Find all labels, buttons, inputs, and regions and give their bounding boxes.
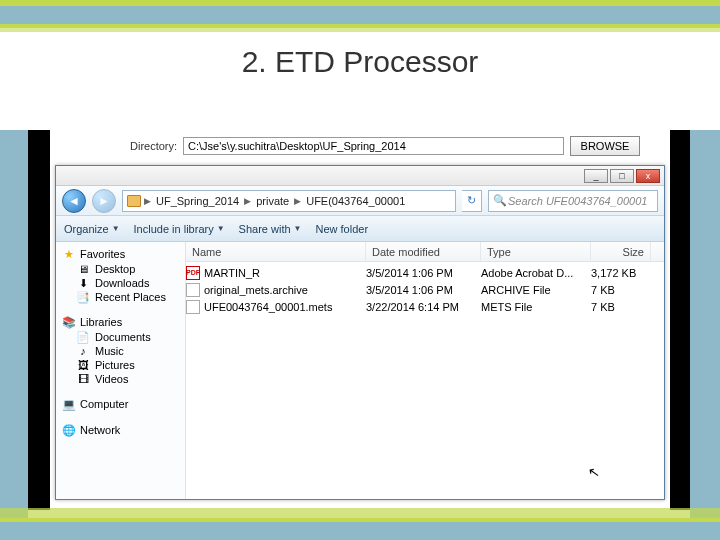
file-size: 7 KB	[591, 284, 651, 296]
share-with-menu[interactable]: Share with▼	[239, 223, 302, 235]
explorer-toolbar: Organize▼ Include in library▼ Share with…	[56, 216, 664, 242]
sidebar-favorites-header[interactable]: ★Favorites	[56, 246, 185, 262]
file-row[interactable]: PDFMARTIN_R3/5/2014 1:06 PMAdobe Acrobat…	[186, 264, 664, 281]
file-icon	[186, 300, 200, 314]
slide-black	[28, 130, 50, 510]
recent-icon: 📑	[76, 291, 90, 303]
slide-stripe	[0, 522, 720, 540]
sidebar-item-pictures[interactable]: 🖼Pictures	[56, 358, 185, 372]
file-date: 3/22/2014 6:14 PM	[366, 301, 481, 313]
slide-stripe	[0, 130, 28, 540]
column-type[interactable]: Type	[481, 242, 591, 261]
window-titlebar: _ □ x	[56, 166, 664, 186]
column-size[interactable]: Size	[591, 242, 651, 261]
back-button[interactable]: ◄	[62, 189, 86, 213]
chevron-right-icon: ▶	[294, 196, 301, 206]
search-icon: 🔍	[493, 194, 505, 207]
sidebar-item-desktop[interactable]: 🖥Desktop	[56, 262, 185, 276]
star-icon: ★	[62, 248, 76, 260]
chevron-down-icon: ▼	[112, 224, 120, 233]
include-in-library-menu[interactable]: Include in library▼	[134, 223, 225, 235]
search-placeholder: Search UFE0043764_00001	[508, 195, 647, 207]
sidebar-item-music[interactable]: ♪Music	[56, 344, 185, 358]
sidebar-item-videos[interactable]: 🎞Videos	[56, 372, 185, 386]
file-type: ARCHIVE File	[481, 284, 591, 296]
folder-icon	[127, 195, 141, 207]
column-date[interactable]: Date modified	[366, 242, 481, 261]
minimize-button[interactable]: _	[584, 169, 608, 183]
videos-icon: 🎞	[76, 373, 90, 385]
chevron-right-icon: ▶	[244, 196, 251, 206]
organize-menu[interactable]: Organize▼	[64, 223, 120, 235]
file-rows: PDFMARTIN_R3/5/2014 1:06 PMAdobe Acrobat…	[186, 262, 664, 499]
slide-stripe	[0, 508, 720, 518]
close-button[interactable]: x	[636, 169, 660, 183]
file-date: 3/5/2014 1:06 PM	[366, 284, 481, 296]
breadcrumb-item[interactable]: UFE(043764_00001	[304, 195, 407, 207]
sidebar-item-downloads[interactable]: ⬇Downloads	[56, 276, 185, 290]
slide-stripe	[0, 28, 720, 32]
chevron-right-icon: ▶	[144, 196, 151, 206]
refresh-button[interactable]: ↻	[462, 190, 482, 212]
directory-label: Directory:	[130, 140, 177, 152]
explorer-body: ★Favorites 🖥Desktop ⬇Downloads 📑Recent P…	[56, 242, 664, 499]
directory-bar: Directory: BROWSE	[130, 135, 640, 157]
column-name[interactable]: Name	[186, 242, 366, 261]
file-list-area: Name Date modified Type Size PDFMARTIN_R…	[186, 242, 664, 499]
search-input[interactable]: 🔍 Search UFE0043764_00001	[488, 190, 658, 212]
sidebar-network[interactable]: 🌐Network	[56, 422, 185, 438]
slide-title: 2. ETD Processor	[0, 45, 720, 79]
chevron-down-icon: ▼	[294, 224, 302, 233]
documents-icon: 📄	[76, 331, 90, 343]
forward-button[interactable]: ►	[92, 189, 116, 213]
nav-row: ◄ ► ▶ UF_Spring_2014 ▶ private ▶ UFE(043…	[56, 186, 664, 216]
file-name: original_mets.archive	[204, 284, 308, 296]
file-date: 3/5/2014 1:06 PM	[366, 267, 481, 279]
column-headers: Name Date modified Type Size	[186, 242, 664, 262]
file-name: UFE0043764_00001.mets	[204, 301, 332, 313]
sidebar-libraries-header[interactable]: 📚Libraries	[56, 314, 185, 330]
pictures-icon: 🖼	[76, 359, 90, 371]
file-size: 3,172 KB	[591, 267, 651, 279]
explorer-window: _ □ x ◄ ► ▶ UF_Spring_2014 ▶ private ▶ U…	[55, 165, 665, 500]
new-folder-button[interactable]: New folder	[315, 223, 368, 235]
file-type: METS File	[481, 301, 591, 313]
sidebar-computer[interactable]: 💻Computer	[56, 396, 185, 412]
breadcrumb-item[interactable]: UF_Spring_2014	[154, 195, 241, 207]
chevron-down-icon: ▼	[217, 224, 225, 233]
libraries-icon: 📚	[62, 316, 76, 328]
downloads-icon: ⬇	[76, 277, 90, 289]
slide-black	[670, 130, 690, 510]
maximize-button[interactable]: □	[610, 169, 634, 183]
breadcrumb[interactable]: ▶ UF_Spring_2014 ▶ private ▶ UFE(043764_…	[122, 190, 456, 212]
file-icon	[186, 283, 200, 297]
computer-icon: 💻	[62, 398, 76, 410]
pdf-icon: PDF	[186, 266, 200, 280]
file-type: Adobe Acrobat D...	[481, 267, 591, 279]
breadcrumb-item[interactable]: private	[254, 195, 291, 207]
slide-stripe	[690, 130, 720, 540]
slide-stripe	[0, 6, 720, 24]
sidebar: ★Favorites 🖥Desktop ⬇Downloads 📑Recent P…	[56, 242, 186, 499]
network-icon: 🌐	[62, 424, 76, 436]
file-name: MARTIN_R	[204, 267, 260, 279]
sidebar-item-recent-places[interactable]: 📑Recent Places	[56, 290, 185, 304]
browse-button[interactable]: BROWSE	[570, 136, 640, 156]
music-icon: ♪	[76, 345, 90, 357]
file-row[interactable]: UFE0043764_00001.mets3/22/2014 6:14 PMME…	[186, 298, 664, 315]
directory-input[interactable]	[183, 137, 564, 155]
file-row[interactable]: original_mets.archive3/5/2014 1:06 PMARC…	[186, 281, 664, 298]
sidebar-item-documents[interactable]: 📄Documents	[56, 330, 185, 344]
desktop-icon: 🖥	[76, 263, 90, 275]
file-size: 7 KB	[591, 301, 651, 313]
